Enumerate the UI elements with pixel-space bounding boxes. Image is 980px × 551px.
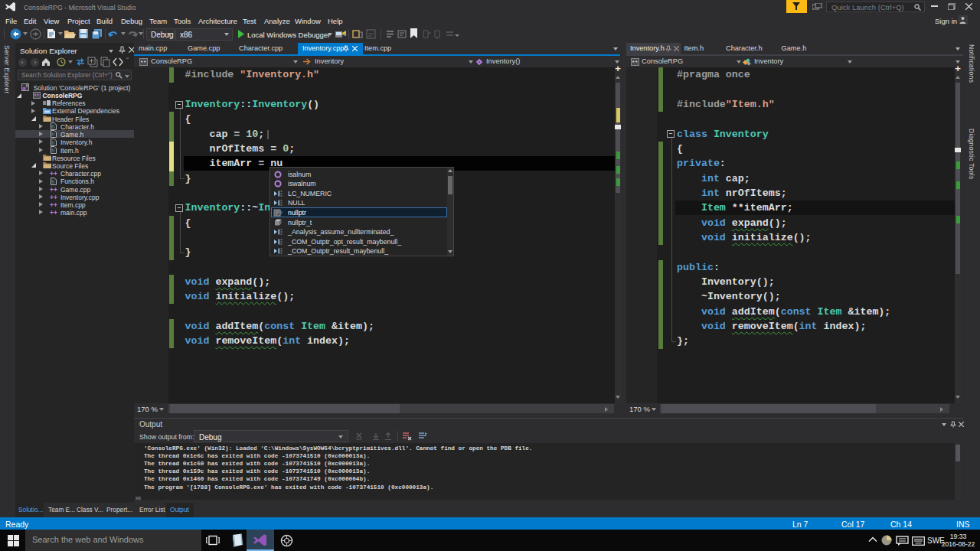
svg-text:h: h (52, 179, 55, 184)
svg-text:h: h (52, 148, 55, 153)
svg-text:h: h (52, 132, 55, 137)
svg-text:h: h (52, 124, 55, 129)
svg-text:h: h (52, 140, 55, 145)
